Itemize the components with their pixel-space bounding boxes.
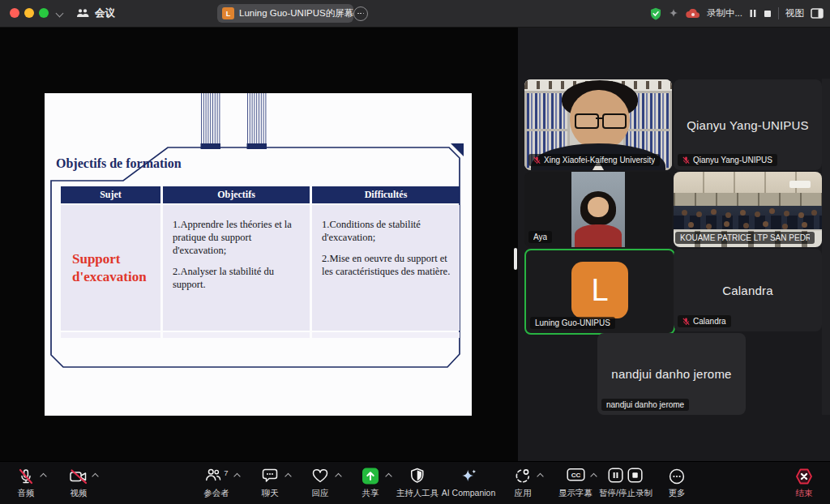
- meeting-toolbar: 音频 视频 7 参会者: [0, 461, 830, 504]
- panel-resize-handle[interactable]: [514, 248, 517, 270]
- captions-menu-chevron[interactable]: [592, 472, 597, 478]
- participant-nametag: Aya: [528, 231, 552, 243]
- share-screen-button[interactable]: 共享: [362, 468, 379, 499]
- video-button[interactable]: 视频: [69, 468, 88, 499]
- view-layout-icon[interactable]: [811, 8, 824, 19]
- video-tile-nandjui[interactable]: nandjui danho jerome nandjui danho jerom…: [597, 333, 746, 415]
- apps-button[interactable]: 应用: [515, 468, 532, 499]
- security-shield-icon[interactable]: [650, 7, 661, 20]
- reactions-button[interactable]: 回应: [311, 468, 329, 499]
- participant-name: KOUAME PATRICE LTP SAN PEDRO: [680, 233, 810, 242]
- cell-objectifs: 1.Apprendre les théories et la pratique …: [163, 205, 310, 331]
- participant-nametag: Calandra: [678, 315, 731, 327]
- participants-button[interactable]: 7 参会者: [203, 468, 229, 499]
- table-header-objectifs: Objectifs: [163, 186, 310, 203]
- video-tile-xing-xiaofei[interactable]: Xing Xiaofei-Kaifeng University: [524, 79, 672, 170]
- participant-name: Qianyu Yang-UNIPUS: [693, 156, 772, 164]
- difficulte-item: 1.Conditions de stabilité d'excavation;: [322, 218, 451, 244]
- presentation-slide: Objectifs de formation Sujet Objectifs D…: [45, 93, 472, 416]
- reactions-menu-chevron[interactable]: [336, 472, 342, 478]
- apps-menu-chevron[interactable]: [538, 472, 544, 478]
- participants-menu-chevron[interactable]: [235, 472, 241, 478]
- audience-heads: [682, 210, 687, 216]
- muted-mic-icon: [682, 318, 690, 326]
- table-header-difficultes: Difficultés: [312, 186, 460, 203]
- participant-name: Luning Guo-UNIPUS: [535, 318, 610, 327]
- video-menu-chevron[interactable]: [93, 472, 99, 478]
- participant-name: Xing Xiaofei-Kaifeng University: [544, 156, 655, 164]
- cell-sujet: Support d'excavation: [61, 205, 160, 331]
- panel-scrollbar[interactable]: [822, 79, 830, 415]
- tab-avatar: L: [222, 7, 234, 19]
- table-header-sujet: Sujet: [61, 186, 160, 203]
- muted-mic-icon: [533, 156, 541, 164]
- participants-count-badge: 7: [224, 468, 228, 477]
- more-label: 更多: [669, 488, 686, 499]
- pause-recording-button[interactable]: [749, 9, 757, 18]
- video-tile-qianyu-yang[interactable]: Qianyu Yang-UNIPUS Qianyu Yang-UNIPUS: [674, 79, 822, 170]
- captions-label: 显示字幕: [558, 488, 593, 499]
- more-ellipsis-icon: [668, 468, 686, 485]
- table-row: Support d'excavation 1.Apprendre les thé…: [61, 205, 460, 331]
- glasses-lens: [602, 113, 627, 129]
- captions-cc-icon: CC: [567, 468, 585, 482]
- slide-table: Sujet Objectifs Difficultés Support d'ex…: [61, 186, 460, 338]
- titlebar-divider: [778, 7, 779, 19]
- participants-label: 参会者: [203, 488, 229, 499]
- participants-icon: [204, 468, 221, 482]
- audio-menu-chevron[interactable]: [41, 472, 47, 478]
- stop-recording-button[interactable]: [764, 10, 772, 18]
- ai-companion-button[interactable]: AI Companion: [442, 468, 496, 498]
- recording-label: 暂停/停止录制: [599, 488, 652, 499]
- end-label: 结束: [796, 488, 813, 499]
- avatar: L: [571, 262, 628, 318]
- difficulte-item: 2.Mise en oeuvre du support et les carac…: [322, 252, 451, 278]
- heart-icon: [311, 468, 329, 484]
- participant-nametag: nandjui danho jerome: [601, 399, 689, 411]
- objectif-item: 1.Apprendre les théories et la pratique …: [173, 218, 302, 257]
- screen-share-tab[interactable]: L Luning Guo-UNIPUS的屏幕: [217, 4, 353, 23]
- apps-label: 应用: [515, 488, 532, 499]
- chat-menu-chevron[interactable]: [286, 472, 292, 478]
- video-tile-luning-guo[interactable]: L Luning Guo-UNIPUS: [524, 249, 675, 335]
- zoom-window-button[interactable]: [39, 8, 49, 18]
- cell-difficultes: 1.Conditions de stabilité d'excavation; …: [312, 205, 460, 331]
- slide-title: Objectifs de formation: [56, 156, 182, 171]
- stop-recording-icon[interactable]: [627, 468, 643, 483]
- reactions-label: 回应: [312, 488, 329, 499]
- share-menu-chevron[interactable]: [387, 472, 392, 478]
- chat-label: 聊天: [262, 488, 279, 499]
- tab-more-button[interactable]: [353, 6, 368, 21]
- video-tile-kouame-patrice[interactable]: KOUAME PATRICE LTP SAN PEDRO: [674, 172, 822, 247]
- participant-nametag: Qianyu Yang-UNIPUS: [678, 154, 777, 166]
- recording-cloud-icon: [686, 9, 700, 19]
- share-label: 共享: [362, 488, 379, 499]
- recording-status: 录制中...: [707, 7, 742, 19]
- video-tile-calandra[interactable]: Calandra Calandra: [674, 249, 822, 331]
- tab-title: Luning Guo-UNIPUS的屏幕: [239, 7, 353, 19]
- recording-controls-button[interactable]: 暂停/停止录制: [599, 468, 652, 499]
- participant-nametag: Luning Guo-UNIPUS: [530, 317, 615, 329]
- video-tile-aya[interactable]: Aya: [524, 172, 672, 247]
- participant-nametag: KOUAME PATRICE LTP SAN PEDRO: [675, 232, 815, 244]
- chevron-down-icon[interactable]: [57, 11, 63, 17]
- pause-recording-icon[interactable]: [608, 468, 623, 483]
- ai-companion-sparkle-icon: [459, 468, 477, 485]
- more-button[interactable]: 更多: [668, 468, 686, 499]
- audio-button[interactable]: 音频: [17, 468, 35, 499]
- close-window-button[interactable]: [10, 8, 19, 18]
- muted-mic-icon: [682, 156, 690, 164]
- captions-button[interactable]: CC 显示字幕: [558, 468, 593, 499]
- minimize-window-button[interactable]: [24, 8, 34, 18]
- person-red-top: [575, 224, 622, 247]
- chat-button[interactable]: 聊天: [262, 468, 279, 499]
- host-tools-label: 主持人工具: [396, 488, 439, 499]
- end-meeting-button[interactable]: 结束: [794, 468, 814, 499]
- video-label: 视频: [71, 488, 88, 499]
- view-button[interactable]: 视图: [785, 7, 804, 19]
- host-tools-button[interactable]: 主持人工具: [396, 468, 439, 499]
- participant-nametag: Xing Xiaofei-Kaifeng University: [528, 154, 660, 166]
- objectif-item: 2.Analyser la stabilité du support.: [173, 265, 302, 291]
- sparkle-icon[interactable]: [668, 8, 679, 19]
- meeting-label: 会议: [95, 6, 115, 20]
